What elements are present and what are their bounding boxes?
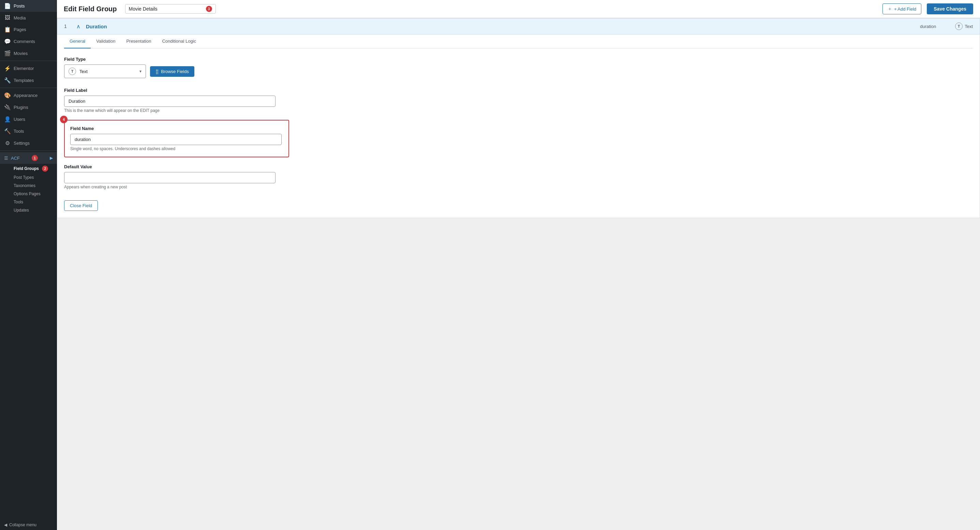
field-name-annotation-box: 4 Field Name Single word, no spaces. Und… xyxy=(64,120,289,157)
field-type-row: Field Type T Text ▾ ⣿ Browse Fields xyxy=(64,57,973,78)
sidebar-item-tools[interactable]: 🔨 Tools xyxy=(0,125,57,137)
field-chevron-icon[interactable]: ∧ xyxy=(76,23,81,30)
add-field-icon: ＋ xyxy=(888,6,892,12)
default-value-hint: Appears when creating a new post xyxy=(64,185,973,189)
close-field-button[interactable]: Close Field xyxy=(64,200,98,211)
sidebar-item-label: Pages xyxy=(14,27,26,32)
options-pages-label: Options Pages xyxy=(14,192,41,196)
field-type-select[interactable]: T Text ▾ xyxy=(64,64,146,78)
appearance-icon: 🎨 xyxy=(4,92,11,99)
plugins-icon: 🔌 xyxy=(4,104,11,110)
page-title: Edit Field Group xyxy=(64,5,117,13)
field-type-icon: T xyxy=(955,22,963,30)
group-name-input-wrap: 3 xyxy=(125,4,216,14)
select-type-icon: T xyxy=(68,67,76,75)
field-groups-label: Field Groups xyxy=(14,166,39,171)
content-area: 1 ∧ Duration duration T Text General Val… xyxy=(57,18,980,530)
sidebar-item-comments[interactable]: 💬 Comments xyxy=(0,35,57,48)
sidebar-item-pages[interactable]: 📋 Pages xyxy=(0,24,57,35)
acf-label: ACF xyxy=(11,156,20,161)
topbar: Edit Field Group 3 ＋ + Add Field Save Ch… xyxy=(57,0,980,18)
settings-icon: ⚙ xyxy=(4,140,11,147)
collapse-menu[interactable]: ◀ Collapse menu xyxy=(0,520,57,530)
field-groups-badge: 2 xyxy=(42,166,48,172)
media-icon: 🖼 xyxy=(4,15,11,21)
post-types-label: Post Types xyxy=(14,175,34,180)
field-type-selector-row: T Text ▾ ⣿ Browse Fields xyxy=(64,64,973,78)
field-label-input[interactable] xyxy=(64,96,275,107)
annotation-badge-4: 4 xyxy=(60,116,67,123)
sidebar-item-label: Elementor xyxy=(14,66,34,71)
updates-label: Updates xyxy=(14,208,29,212)
field-name-hint: Single word, no spaces. Underscores and … xyxy=(70,147,283,151)
add-field-label: + Add Field xyxy=(894,6,916,11)
field-label-row: Field Label This is the name which will … xyxy=(64,88,973,113)
sidebar-sub-tools[interactable]: Tools xyxy=(0,198,57,206)
sidebar-item-movies[interactable]: 🎬 Movies xyxy=(0,48,57,59)
sidebar-sub-updates[interactable]: Updates xyxy=(0,206,57,214)
sidebar-item-label: Tools xyxy=(14,129,24,134)
sidebar-item-label: Posts xyxy=(14,3,25,8)
field-label-text: Field Label xyxy=(64,88,973,93)
group-name-badge: 3 xyxy=(206,6,212,12)
collapse-icon: ◀ xyxy=(4,522,7,527)
field-row-header: 1 ∧ Duration duration T Text xyxy=(57,18,980,35)
field-row-key: duration xyxy=(920,24,950,29)
acf-arrow-icon: ▶ xyxy=(50,156,53,160)
default-value-input[interactable] xyxy=(64,172,275,183)
sidebar-sub-post-types[interactable]: Post Types xyxy=(0,173,57,182)
taxonomies-label: Taxonomies xyxy=(14,183,35,188)
tab-validation[interactable]: Validation xyxy=(91,35,121,48)
pages-icon: 📋 xyxy=(4,26,11,33)
tab-general[interactable]: General xyxy=(64,35,91,48)
field-name-row: Field Name Single word, no spaces. Under… xyxy=(70,126,283,151)
sidebar-item-appearance[interactable]: 🎨 Appearance xyxy=(0,89,57,101)
field-row-label[interactable]: Duration xyxy=(86,24,915,29)
sidebar-item-label: Movies xyxy=(14,51,28,56)
browse-fields-label: Browse Fields xyxy=(161,69,189,74)
group-name-input[interactable] xyxy=(129,6,204,11)
sidebar-sub-field-groups[interactable]: Field Groups 2 xyxy=(0,164,57,173)
sidebar-item-templates[interactable]: 🔧 Templates xyxy=(0,74,57,86)
sidebar-item-posts[interactable]: 📄 Posts xyxy=(0,0,57,12)
tab-presentation[interactable]: Presentation xyxy=(121,35,156,48)
users-icon: 👤 xyxy=(4,116,11,123)
sidebar-sub-options-pages[interactable]: Options Pages xyxy=(0,190,57,198)
tab-conditional-logic[interactable]: Conditional Logic xyxy=(156,35,202,48)
acf-icon: ☰ xyxy=(4,156,8,161)
sidebar-item-label: Plugins xyxy=(14,105,28,110)
sidebar-item-media[interactable]: 🖼 Media xyxy=(0,12,57,24)
main-area: Edit Field Group 3 ＋ + Add Field Save Ch… xyxy=(57,0,980,530)
field-label-hint: This is the name which will appear on th… xyxy=(64,108,973,113)
default-value-label-text: Default Value xyxy=(64,164,973,169)
elementor-icon: ⚡ xyxy=(4,65,11,72)
field-row-type: T Text xyxy=(955,22,973,30)
templates-icon: 🔧 xyxy=(4,77,11,84)
tabs-nav: General Validation Presentation Conditio… xyxy=(64,35,973,48)
sidebar-item-label: Media xyxy=(14,15,25,21)
sidebar-sub-taxonomies[interactable]: Taxonomies xyxy=(0,182,57,190)
sidebar-item-users[interactable]: 👤 Users xyxy=(0,113,57,125)
sidebar-item-label: Comments xyxy=(14,39,35,44)
sidebar-item-settings[interactable]: ⚙ Settings xyxy=(0,137,57,149)
browse-fields-button[interactable]: ⣿ Browse Fields xyxy=(150,66,194,77)
sidebar: 📄 Posts 🖼 Media 📋 Pages 💬 Comments 🎬 Mov… xyxy=(0,0,57,530)
tools-sub-label: Tools xyxy=(14,200,23,204)
tab-validation-label: Validation xyxy=(96,38,115,44)
add-field-button[interactable]: ＋ + Add Field xyxy=(883,3,921,14)
field-type-label-text: Field Type xyxy=(64,57,973,62)
sidebar-item-label: Templates xyxy=(14,78,34,83)
field-name-label-text: Field Name xyxy=(70,126,283,131)
tab-general-label: General xyxy=(70,38,85,44)
field-name-input[interactable] xyxy=(70,134,282,145)
collapse-label: Collapse menu xyxy=(9,522,37,527)
sidebar-item-plugins[interactable]: 🔌 Plugins xyxy=(0,101,57,113)
select-type-label: Text xyxy=(80,69,136,74)
default-value-row: Default Value Appears when creating a ne… xyxy=(64,164,973,189)
movies-icon: 🎬 xyxy=(4,50,11,57)
sidebar-divider-2 xyxy=(0,88,57,88)
sidebar-item-acf[interactable]: ☰ ACF 1 ▶ xyxy=(0,152,57,164)
sidebar-item-elementor[interactable]: ⚡ Elementor xyxy=(0,62,57,74)
acf-badge: 1 xyxy=(32,155,38,161)
save-changes-button[interactable]: Save Changes xyxy=(927,3,973,14)
